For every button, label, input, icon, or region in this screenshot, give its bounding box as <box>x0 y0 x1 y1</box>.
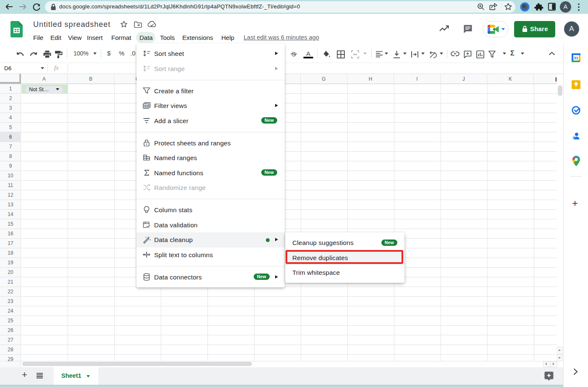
svg-text:31: 31 <box>574 55 578 60</box>
svg-text:A: A <box>306 50 310 57</box>
